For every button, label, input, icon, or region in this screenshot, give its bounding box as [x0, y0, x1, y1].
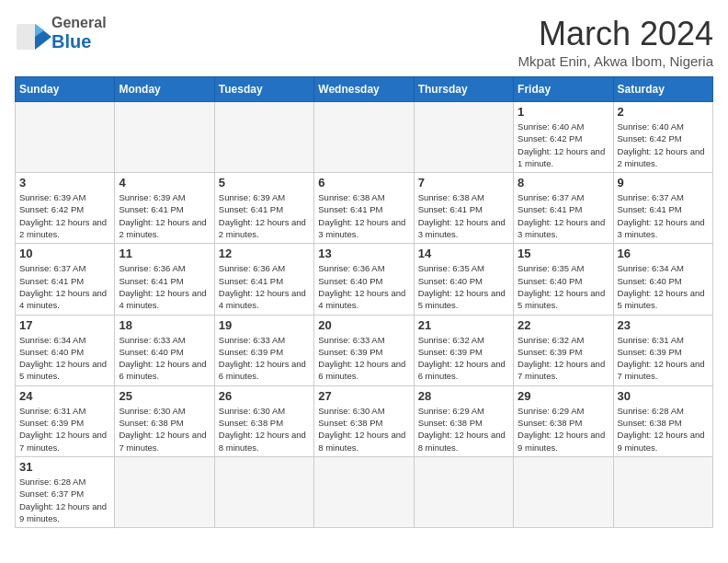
logo-area: General Blue — [15, 15, 107, 52]
day-info: Sunrise: 6:28 AMSunset: 6:38 PMDaylight:… — [618, 405, 709, 454]
day-number: 13 — [318, 247, 409, 260]
day-info: Sunrise: 6:37 AMSunset: 6:41 PMDaylight:… — [518, 191, 609, 240]
day-info: Sunrise: 6:36 AMSunset: 6:41 PMDaylight:… — [119, 262, 210, 311]
title-area: March 2024 Mkpat Enin, Akwa Ibom, Nigeri… — [518, 15, 713, 69]
day-info: Sunrise: 6:33 AMSunset: 6:39 PMDaylight:… — [318, 334, 409, 383]
calendar-day-cell: 9Sunrise: 6:37 AMSunset: 6:41 PMDaylight… — [613, 173, 712, 244]
calendar-week-row: 24Sunrise: 6:31 AMSunset: 6:39 PMDayligh… — [16, 385, 713, 456]
day-number: 19 — [219, 318, 310, 332]
day-number: 17 — [19, 318, 110, 332]
day-info: Sunrise: 6:36 AMSunset: 6:40 PMDaylight:… — [318, 262, 409, 311]
weekday-header-wednesday: Wednesday — [314, 77, 414, 102]
day-info: Sunrise: 6:40 AMSunset: 6:42 PMDaylight:… — [618, 121, 709, 169]
day-number: 4 — [119, 176, 210, 190]
weekday-header-tuesday: Tuesday — [214, 77, 313, 102]
day-number: 22 — [518, 318, 609, 332]
day-info: Sunrise: 6:33 AMSunset: 6:39 PMDaylight:… — [219, 334, 310, 383]
day-number: 5 — [219, 176, 310, 190]
calendar-day-cell — [514, 456, 613, 527]
weekday-header-sunday: Sunday — [16, 77, 115, 102]
calendar-day-cell: 27Sunrise: 6:30 AMSunset: 6:38 PMDayligh… — [314, 385, 414, 456]
calendar-week-row: 1Sunrise: 6:40 AMSunset: 6:42 PMDaylight… — [16, 102, 713, 173]
calendar-day-cell — [115, 456, 214, 527]
calendar-table: SundayMondayTuesdayWednesdayThursdayFrid… — [15, 76, 713, 528]
day-info: Sunrise: 6:37 AMSunset: 6:41 PMDaylight:… — [19, 262, 110, 311]
day-info: Sunrise: 6:34 AMSunset: 6:40 PMDaylight:… — [618, 262, 709, 311]
calendar-day-cell: 12Sunrise: 6:36 AMSunset: 6:41 PMDayligh… — [214, 244, 313, 315]
day-number: 24 — [19, 389, 110, 403]
calendar-week-row: 10Sunrise: 6:37 AMSunset: 6:41 PMDayligh… — [16, 244, 713, 315]
calendar-day-cell — [214, 102, 313, 173]
day-info: Sunrise: 6:30 AMSunset: 6:38 PMDaylight:… — [119, 405, 210, 454]
calendar-day-cell: 19Sunrise: 6:33 AMSunset: 6:39 PMDayligh… — [214, 315, 313, 385]
calendar-day-cell: 22Sunrise: 6:32 AMSunset: 6:39 PMDayligh… — [514, 315, 613, 385]
calendar-day-cell: 17Sunrise: 6:34 AMSunset: 6:40 PMDayligh… — [16, 315, 115, 385]
calendar-day-cell: 31Sunrise: 6:28 AMSunset: 6:37 PMDayligh… — [16, 456, 115, 527]
day-number: 25 — [119, 389, 210, 403]
day-number: 23 — [618, 318, 709, 332]
day-info: Sunrise: 6:39 AMSunset: 6:41 PMDaylight:… — [119, 191, 210, 240]
day-info: Sunrise: 6:39 AMSunset: 6:41 PMDaylight:… — [219, 191, 310, 240]
calendar-day-cell — [414, 456, 513, 527]
day-number: 18 — [119, 318, 210, 332]
day-number: 10 — [19, 247, 110, 260]
day-number: 11 — [119, 247, 210, 260]
day-info: Sunrise: 6:34 AMSunset: 6:40 PMDaylight:… — [19, 334, 110, 383]
weekday-header-row: SundayMondayTuesdayWednesdayThursdayFrid… — [16, 77, 713, 102]
day-info: Sunrise: 6:38 AMSunset: 6:41 PMDaylight:… — [318, 191, 409, 240]
calendar-day-cell: 18Sunrise: 6:33 AMSunset: 6:40 PMDayligh… — [115, 315, 214, 385]
day-info: Sunrise: 6:32 AMSunset: 6:39 PMDaylight:… — [518, 334, 609, 383]
day-number: 21 — [418, 318, 509, 332]
day-number: 27 — [318, 389, 409, 403]
day-info: Sunrise: 6:31 AMSunset: 6:39 PMDaylight:… — [618, 334, 709, 383]
calendar-day-cell — [414, 102, 513, 173]
day-info: Sunrise: 6:32 AMSunset: 6:39 PMDaylight:… — [418, 334, 509, 383]
day-info: Sunrise: 6:30 AMSunset: 6:38 PMDaylight:… — [219, 405, 310, 454]
calendar-day-cell: 2Sunrise: 6:40 AMSunset: 6:42 PMDaylight… — [613, 102, 712, 173]
day-info: Sunrise: 6:40 AMSunset: 6:42 PMDaylight:… — [518, 121, 609, 169]
calendar-day-cell: 8Sunrise: 6:37 AMSunset: 6:41 PMDaylight… — [514, 173, 613, 244]
calendar-day-cell: 16Sunrise: 6:34 AMSunset: 6:40 PMDayligh… — [613, 244, 712, 315]
calendar-day-cell — [115, 102, 214, 173]
svg-rect-0 — [17, 24, 35, 50]
day-info: Sunrise: 6:35 AMSunset: 6:40 PMDaylight:… — [518, 262, 609, 311]
day-info: Sunrise: 6:36 AMSunset: 6:41 PMDaylight:… — [219, 262, 310, 311]
header: General Blue March 2024 Mkpat Enin, Akwa… — [15, 15, 713, 69]
day-number: 29 — [518, 389, 609, 403]
calendar-day-cell: 10Sunrise: 6:37 AMSunset: 6:41 PMDayligh… — [16, 244, 115, 315]
month-title: March 2024 — [518, 15, 713, 53]
calendar-day-cell — [314, 456, 414, 527]
day-info: Sunrise: 6:35 AMSunset: 6:40 PMDaylight:… — [418, 262, 509, 311]
weekday-header-thursday: Thursday — [414, 77, 513, 102]
calendar-day-cell — [214, 456, 313, 527]
calendar-day-cell — [613, 456, 712, 527]
calendar-day-cell — [16, 102, 115, 173]
logo-general-text: General — [51, 15, 107, 31]
calendar-day-cell — [314, 102, 414, 173]
day-number: 3 — [19, 176, 110, 190]
day-info: Sunrise: 6:37 AMSunset: 6:41 PMDaylight:… — [618, 191, 709, 240]
day-number: 28 — [418, 389, 509, 403]
day-info: Sunrise: 6:39 AMSunset: 6:42 PMDaylight:… — [19, 191, 110, 240]
day-number: 14 — [418, 247, 509, 260]
calendar-day-cell: 13Sunrise: 6:36 AMSunset: 6:40 PMDayligh… — [314, 244, 414, 315]
calendar-day-cell: 20Sunrise: 6:33 AMSunset: 6:39 PMDayligh… — [314, 315, 414, 385]
day-info: Sunrise: 6:38 AMSunset: 6:41 PMDaylight:… — [418, 191, 509, 240]
calendar-week-row: 17Sunrise: 6:34 AMSunset: 6:40 PMDayligh… — [16, 315, 713, 385]
day-info: Sunrise: 6:29 AMSunset: 6:38 PMDaylight:… — [518, 405, 609, 454]
day-number: 1 — [518, 105, 609, 119]
calendar-day-cell: 7Sunrise: 6:38 AMSunset: 6:41 PMDaylight… — [414, 173, 513, 244]
location-subtitle: Mkpat Enin, Akwa Ibom, Nigeria — [518, 53, 713, 69]
day-number: 15 — [518, 247, 609, 260]
day-number: 31 — [19, 460, 110, 474]
day-number: 2 — [618, 105, 709, 119]
calendar-day-cell: 11Sunrise: 6:36 AMSunset: 6:41 PMDayligh… — [115, 244, 214, 315]
calendar-day-cell: 30Sunrise: 6:28 AMSunset: 6:38 PMDayligh… — [613, 385, 712, 456]
calendar-day-cell: 21Sunrise: 6:32 AMSunset: 6:39 PMDayligh… — [414, 315, 513, 385]
calendar-day-cell: 14Sunrise: 6:35 AMSunset: 6:40 PMDayligh… — [414, 244, 513, 315]
calendar-day-cell: 6Sunrise: 6:38 AMSunset: 6:41 PMDaylight… — [314, 173, 414, 244]
day-number: 30 — [618, 389, 709, 403]
calendar-week-row: 31Sunrise: 6:28 AMSunset: 6:37 PMDayligh… — [16, 456, 713, 527]
logo-blue-text: Blue — [51, 31, 107, 52]
weekday-header-monday: Monday — [115, 77, 214, 102]
